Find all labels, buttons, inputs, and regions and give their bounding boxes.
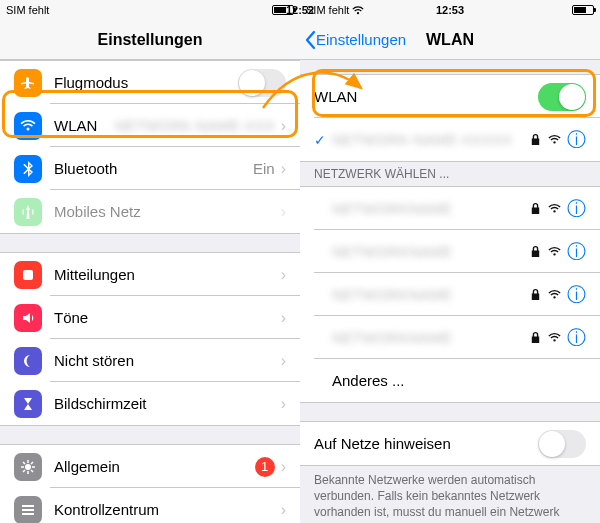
- row-label: Bildschirmzeit: [54, 395, 281, 412]
- chevron-left-icon: [304, 30, 316, 50]
- wifi-icon: [352, 6, 364, 15]
- row-sliders[interactable]: Kontrollzentrum›: [0, 488, 300, 523]
- info-button[interactable]: ⓘ: [567, 196, 586, 222]
- airplane-toggle[interactable]: [238, 69, 286, 97]
- row-sound[interactable]: Töne›: [0, 296, 300, 339]
- row-notif[interactable]: Mitteilungen›: [0, 253, 300, 296]
- row-airplane[interactable]: Flugmodus: [0, 61, 300, 104]
- section-connectivity: Flugmodus WLAN NETWORK-NAME-XXX › Blueto…: [0, 60, 300, 234]
- svg-point-1: [25, 464, 31, 470]
- checkmark-icon: ✓: [314, 132, 332, 148]
- ask-label: Auf Netze hinweisen: [314, 435, 538, 452]
- bluetooth-detail: Ein: [253, 160, 275, 177]
- status-bar: SIM fehlt 12:52: [0, 0, 300, 20]
- wlan-toggle[interactable]: [538, 83, 586, 111]
- status-time: 12:53: [436, 4, 464, 16]
- chevron-right-icon: ›: [281, 203, 286, 221]
- row-wlan-toggle[interactable]: WLAN: [300, 75, 600, 118]
- back-button[interactable]: Einstellungen: [300, 30, 406, 50]
- lock-icon: [529, 331, 542, 344]
- back-label: Einstellungen: [316, 31, 406, 48]
- network-name: NETWORKNAME: [332, 243, 529, 260]
- chevron-right-icon: ›: [281, 458, 286, 476]
- wifi-icon: [548, 288, 561, 301]
- page-title: Einstellungen: [0, 31, 300, 49]
- row-moon[interactable]: Nicht stören›: [0, 339, 300, 382]
- wlan-label: WLAN: [314, 88, 538, 105]
- antenna-icon: [14, 198, 42, 226]
- settings-list[interactable]: Flugmodus WLAN NETWORK-NAME-XXX › Blueto…: [0, 60, 300, 523]
- wifi-icon: [548, 133, 561, 146]
- row-hourglass[interactable]: Bildschirmzeit›: [0, 382, 300, 425]
- svg-rect-4: [22, 513, 34, 515]
- row-label: Nicht stören: [54, 352, 281, 369]
- info-button[interactable]: ⓘ: [567, 282, 586, 308]
- row-cellular[interactable]: Mobiles Netz ›: [0, 190, 300, 233]
- connected-network-name: NETWORK-NAME-XXXXX: [332, 131, 529, 148]
- available-networks: NETWORKNAMEⓘNETWORKNAMEⓘNETWORKNAMEⓘNETW…: [300, 186, 600, 403]
- row-gear[interactable]: Allgemein1›: [0, 445, 300, 488]
- chevron-right-icon: ›: [281, 501, 286, 519]
- section-general: Allgemein1›Kontrollzentrum›AAAnzeige & H…: [0, 444, 300, 523]
- nav-bar: Einstellungen: [0, 20, 300, 60]
- sound-icon: [14, 304, 42, 332]
- row-label: Töne: [54, 309, 281, 326]
- row-network[interactable]: NETWORKNAMEⓘ: [300, 273, 600, 316]
- gear-icon: [14, 453, 42, 481]
- section-notifications: Mitteilungen›Töne›Nicht stören›Bildschir…: [0, 252, 300, 426]
- chevron-right-icon: ›: [281, 117, 286, 135]
- other-label: Anderes ...: [332, 372, 586, 389]
- wifi-icon: [548, 331, 561, 344]
- wifi-icon: [14, 112, 42, 140]
- ask-toggle[interactable]: [538, 430, 586, 458]
- bluetooth-icon: [14, 155, 42, 183]
- lock-icon: [529, 245, 542, 258]
- row-wlan[interactable]: WLAN NETWORK-NAME-XXX ›: [0, 104, 300, 147]
- row-other-network[interactable]: Anderes ...: [300, 359, 600, 402]
- row-network[interactable]: NETWORKNAMEⓘ: [300, 316, 600, 359]
- row-network[interactable]: NETWORKNAMEⓘ: [300, 187, 600, 230]
- info-button[interactable]: ⓘ: [567, 325, 586, 351]
- nav-bar: Einstellungen WLAN: [300, 20, 600, 60]
- info-button[interactable]: ⓘ: [567, 127, 586, 153]
- lock-icon: [529, 288, 542, 301]
- battery-icon: [272, 5, 294, 15]
- chevron-right-icon: ›: [281, 160, 286, 178]
- moon-icon: [14, 347, 42, 375]
- row-label: Bluetooth: [54, 160, 253, 177]
- lock-icon: [529, 133, 542, 146]
- wifi-icon: [548, 245, 561, 258]
- notif-icon: [14, 261, 42, 289]
- row-label: WLAN: [54, 117, 115, 134]
- hourglass-icon: [14, 390, 42, 418]
- svg-rect-3: [22, 509, 34, 511]
- wlan-detail-blurred: NETWORK-NAME-XXX: [115, 117, 275, 134]
- row-connected-network[interactable]: ✓ NETWORK-NAME-XXXXX ⓘ: [300, 118, 600, 161]
- row-network[interactable]: NETWORKNAMEⓘ: [300, 230, 600, 273]
- carrier-text: SIM fehlt: [6, 4, 49, 16]
- row-label: Flugmodus: [54, 74, 238, 91]
- chevron-right-icon: ›: [281, 309, 286, 327]
- status-bar: SIM fehlt 12:53: [300, 0, 600, 20]
- row-ask-networks[interactable]: Auf Netze hinweisen: [300, 422, 600, 465]
- row-bluetooth[interactable]: Bluetooth Ein ›: [0, 147, 300, 190]
- wlan-list[interactable]: WLAN ✓ NETWORK-NAME-XXXXX ⓘ NETZWERK WÄH…: [300, 60, 600, 523]
- footer-text: Bekannte Netzwerke werden automatisch ve…: [300, 466, 600, 523]
- chevron-right-icon: ›: [281, 395, 286, 413]
- lock-icon: [529, 202, 542, 215]
- settings-screen: SIM fehlt 12:52 Einstellungen Flugmodus …: [0, 0, 300, 523]
- svg-rect-0: [23, 270, 33, 280]
- row-label: Allgemein: [54, 458, 255, 475]
- section-header-choose: NETZWERK WÄHLEN ...: [300, 162, 600, 186]
- info-button[interactable]: ⓘ: [567, 239, 586, 265]
- sliders-icon: [14, 496, 42, 524]
- network-name: NETWORKNAME: [332, 200, 529, 217]
- svg-rect-2: [22, 505, 34, 507]
- row-label: Kontrollzentrum: [54, 501, 281, 518]
- airplane-icon: [14, 69, 42, 97]
- badge: 1: [255, 457, 275, 477]
- network-name: NETWORKNAME: [332, 286, 529, 303]
- chevron-right-icon: ›: [281, 266, 286, 284]
- chevron-right-icon: ›: [281, 352, 286, 370]
- wlan-screen: SIM fehlt 12:53 Einstellungen WLAN WLAN …: [300, 0, 600, 523]
